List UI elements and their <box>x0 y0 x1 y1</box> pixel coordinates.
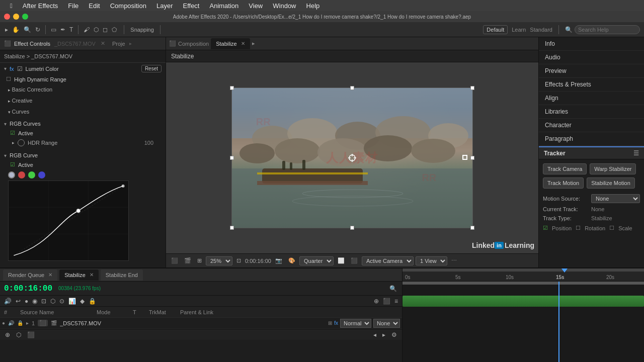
minimize-button[interactable] <box>13 14 19 20</box>
tool-pen[interactable]: ✒ <box>59 25 66 34</box>
frame-handle-rm[interactable] <box>470 156 474 160</box>
in-out-bar[interactable] <box>403 268 644 272</box>
track-audio-icon[interactable]: 🔊 <box>8 320 14 326</box>
frame-handle-br[interactable] <box>470 226 474 230</box>
zoom-select[interactable]: 25% <box>206 256 232 265</box>
toggle-alpha[interactable]: ⬛ <box>349 256 360 265</box>
close-render-queue[interactable]: ✕ <box>48 272 52 278</box>
snapshot-btn[interactable]: 📷 <box>273 256 284 265</box>
tab-effect-controls[interactable]: Effect Controls <box>14 41 50 47</box>
status-icon-1[interactable]: ⊕ <box>4 330 11 339</box>
window-menu[interactable]: Window <box>268 0 301 11</box>
tool-brush[interactable]: 🖌 <box>83 25 91 34</box>
info-panel-item[interactable]: Info <box>539 37 644 51</box>
tool-clone[interactable]: ⬡ <box>93 25 100 34</box>
creative-toggle[interactable]: Creative <box>0 96 166 105</box>
tab-stabilize-timeline[interactable]: Stabilize ✕ <box>59 269 99 281</box>
tool-rotate[interactable]: ↻ <box>34 25 41 34</box>
tool-eraser[interactable]: ◻ <box>102 25 109 34</box>
workspace-standard[interactable]: Standard <box>530 27 552 33</box>
curve-white-dot[interactable] <box>8 171 15 178</box>
compositing-options[interactable]: ⊕ <box>373 297 380 306</box>
camera-select[interactable]: Active Camera <box>362 256 414 265</box>
basic-correction-toggle[interactable]: Basic Correction <box>0 85 166 94</box>
tool-hand[interactable]: ✋ <box>11 25 21 34</box>
status-icon-2[interactable]: ⬡ <box>15 330 22 339</box>
position-checkbox[interactable]: ☑ <box>543 225 548 231</box>
viewer-more-btn[interactable]: ⋯ <box>449 256 459 265</box>
quality-select[interactable]: Quarter <box>299 256 334 265</box>
playhead-marker[interactable] <box>561 268 568 273</box>
view-menu[interactable]: View <box>244 0 268 11</box>
track-row[interactable]: ● 🔊 🔒 ▸ 1 ⬛ 🎬 _DSC5767.MOV ⊞ fx Normal N… <box>0 318 402 329</box>
view-select[interactable]: 1 View <box>416 256 447 265</box>
scale-checkbox[interactable]: ☐ <box>609 225 614 231</box>
hd-toggle[interactable]: ⬛ <box>382 297 391 306</box>
more-controls[interactable]: ≡ <box>393 297 399 306</box>
frame-handle-tr[interactable] <box>470 86 474 90</box>
curve-red-dot[interactable] <box>18 171 25 178</box>
preview-panel-item[interactable]: Preview <box>539 64 644 78</box>
track-fx-icon[interactable]: fx <box>334 320 338 326</box>
frame-handle-lm[interactable] <box>230 156 234 160</box>
frame-handle-tm[interactable] <box>350 86 354 90</box>
close-effect-controls[interactable]: ✕ <box>101 40 105 47</box>
file-menu[interactable]: File <box>63 0 84 11</box>
character-panel-item[interactable]: Character <box>539 119 644 132</box>
frame-handle-bl[interactable] <box>230 226 234 230</box>
reset-button[interactable]: Reset <box>141 65 162 72</box>
timeline-track-area[interactable] <box>403 282 644 362</box>
hdr-range-toggle[interactable]: HDR Range 100 <box>4 138 162 148</box>
graph-toggle[interactable]: 📊 <box>67 297 77 306</box>
curve-blue-dot[interactable] <box>38 171 45 178</box>
tool-text[interactable]: T <box>68 25 74 34</box>
fit-frame-btn[interactable]: ⊡ <box>234 256 243 265</box>
viewer-grid-btn[interactable]: ⊞ <box>195 256 204 265</box>
track-lock-icon[interactable]: 🔒 <box>17 320 23 326</box>
track-parent-select[interactable]: None <box>373 319 400 328</box>
curve-green-dot[interactable] <box>28 171 35 178</box>
tracker-menu-icon[interactable]: ☰ <box>633 150 639 157</box>
status-icon-prev[interactable]: ◂ <box>372 330 377 339</box>
expand-rgb-curve[interactable]: ▾ <box>4 153 7 158</box>
tab-proje[interactable]: Proje <box>112 41 125 47</box>
time-display[interactable]: 0:00:16:00 <box>4 284 52 293</box>
status-icon-3[interactable]: ⬛ <box>26 330 36 339</box>
snapping-toggle[interactable]: Snapping <box>130 27 154 33</box>
track-motion-btn[interactable]: Track Motion <box>543 177 584 189</box>
expand-rgb-curves[interactable]: ▾ <box>4 121 7 127</box>
libraries-panel-item[interactable]: Libraries <box>539 105 644 119</box>
hdr-range-radio[interactable] <box>18 139 25 146</box>
track-switches-icon[interactable]: ⊞ <box>328 320 332 326</box>
curves-toggle[interactable]: Curves <box>0 107 166 116</box>
frame-handle-bm[interactable] <box>350 226 354 230</box>
stabilize-motion-btn[interactable]: Stabilize Motion <box>587 177 635 189</box>
hdr-checkbox[interactable]: ☐ <box>6 76 11 82</box>
motion-blur-toggle[interactable]: ⊙ <box>58 297 65 306</box>
lumetri-color-row[interactable]: ▾ fx ☑ Lumetri Color Reset <box>0 63 166 74</box>
workspace-default[interactable]: Default <box>483 25 508 34</box>
tab-render-queue[interactable]: Render Queue ✕ <box>3 269 57 281</box>
animation-menu[interactable]: Animation <box>205 0 244 11</box>
align-panel-item[interactable]: Align <box>539 92 644 105</box>
viewer-camera-btn[interactable]: 🎬 <box>182 256 193 265</box>
active-checkbox-1[interactable]: ☑ <box>10 130 15 136</box>
media-bar[interactable] <box>403 296 644 307</box>
tool-rect[interactable]: ▭ <box>50 25 57 34</box>
search-timeline-icon[interactable]: 🔍 <box>388 284 398 293</box>
loop-toggle[interactable]: ↩ <box>15 297 22 306</box>
track-expand-icon[interactable]: ▸ <box>26 320 29 326</box>
expand-panels-btn[interactable]: ▸ <box>252 40 255 47</box>
status-icon-next[interactable]: ▸ <box>381 330 386 339</box>
viewer-render-btn[interactable]: ⬛ <box>169 256 180 265</box>
tool-select[interactable]: ▸ <box>4 25 9 34</box>
audio-toggle[interactable]: 🔊 <box>3 297 13 306</box>
frame-toggle[interactable]: ⊡ <box>40 297 47 306</box>
close-button[interactable] <box>4 14 10 20</box>
close-stabilize-tab[interactable]: ✕ <box>241 41 245 46</box>
edit-menu[interactable]: Edit <box>84 0 105 11</box>
status-icon-settings[interactable]: ⚙ <box>390 330 398 339</box>
maximize-button[interactable] <box>22 14 28 20</box>
layer-menu[interactable]: Layer <box>151 0 178 11</box>
track-camera-btn[interactable]: Track Camera <box>543 163 587 174</box>
